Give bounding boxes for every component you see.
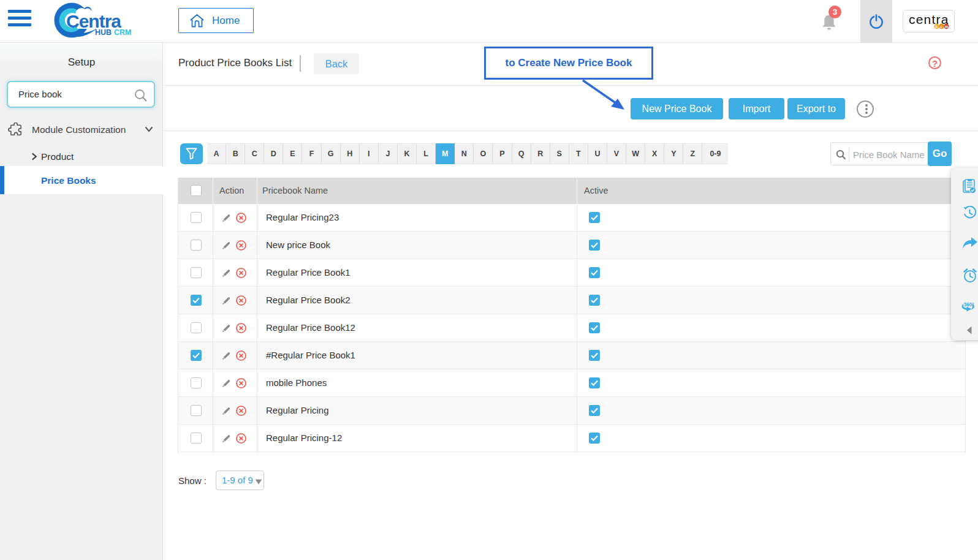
svg-text:h: h <box>935 25 938 29</box>
svg-text:CRM: CRM <box>114 28 131 37</box>
svg-text:c: c <box>941 25 943 29</box>
svg-text:HUB: HUB <box>95 28 112 37</box>
svg-text:Centra: Centra <box>66 11 121 31</box>
svg-text:m: m <box>945 25 949 29</box>
